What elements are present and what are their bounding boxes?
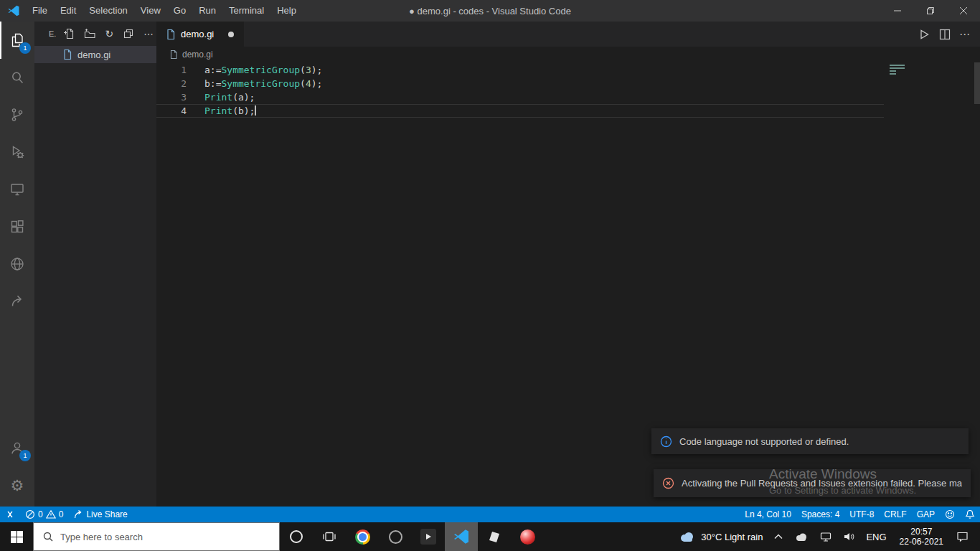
menu-selection[interactable]: Selection	[83, 0, 133, 22]
refresh-icon[interactable]: ↻	[105, 29, 113, 39]
notification-info[interactable]: Code language not supported or defined.	[651, 428, 969, 454]
file-icon	[169, 50, 179, 60]
more-actions-icon[interactable]: ⋯	[143, 29, 154, 39]
clock[interactable]: 20:57 22-06-2021	[892, 527, 951, 547]
more-actions-icon[interactable]: ⋯	[959, 29, 970, 39]
task-view-button[interactable]	[313, 522, 346, 551]
title-bar: File Edit Selection View Go Run Terminal…	[0, 0, 980, 22]
breadcrumb[interactable]: demo.gi	[156, 47, 980, 62]
code-line-1[interactable]: 1a:=SymmetricGroup(3);	[156, 63, 884, 77]
globe-icon	[9, 255, 26, 273]
code-line-4[interactable]: 4Print(b);	[156, 104, 884, 118]
cortana-button[interactable]	[280, 522, 313, 551]
onedrive-button[interactable]	[788, 522, 814, 551]
minimap-line	[890, 73, 896, 75]
activity-search[interactable]	[0, 59, 34, 96]
share-arrow-icon	[9, 293, 26, 310]
hidden-icons-button[interactable]	[768, 522, 788, 551]
problems-indicator[interactable]: 0 0	[20, 507, 68, 522]
activity-explorer[interactable]: 1	[0, 22, 34, 59]
extensions-icon	[9, 218, 26, 235]
notifications-bell-button[interactable]	[960, 507, 980, 522]
restore-button[interactable]	[914, 0, 947, 22]
action-center-button[interactable]	[951, 522, 974, 551]
vscode-taskbar-button[interactable]	[445, 522, 478, 551]
sphere-app-button[interactable]	[511, 522, 544, 551]
notification-message: Activating the Pull Requests and Issues …	[682, 478, 962, 489]
code-line-2[interactable]: 2b:=SymmetricGroup(4);	[156, 77, 884, 90]
line-number: 4	[156, 105, 187, 116]
eol-sequence[interactable]: CRLF	[879, 507, 911, 522]
run-file-icon[interactable]	[918, 28, 930, 41]
smiley-icon	[945, 509, 955, 519]
network-button[interactable]	[814, 522, 837, 551]
activity-live-share[interactable]	[0, 283, 34, 320]
live-share-button[interactable]: Live Share	[68, 507, 132, 522]
activity-extensions[interactable]	[0, 208, 34, 245]
accounts-button[interactable]: 1	[0, 429, 34, 466]
media-app-button[interactable]	[412, 522, 445, 551]
language-mode[interactable]: GAP	[912, 507, 940, 522]
split-editor-icon[interactable]	[939, 29, 951, 40]
network-icon	[820, 532, 831, 542]
weather-widget[interactable]: 30°C Light rain	[673, 522, 768, 551]
unsaved-dot-icon[interactable]	[228, 32, 234, 37]
code-lines: 1a:=SymmetricGroup(3);2b:=SymmetricGroup…	[156, 63, 884, 118]
collapse-all-icon[interactable]	[123, 28, 134, 39]
white-app-button[interactable]	[478, 522, 511, 551]
activity-remote-explorer[interactable]	[0, 171, 34, 208]
speaker-icon	[843, 532, 854, 542]
code-text: Print(b);	[187, 105, 256, 116]
menu-run[interactable]: Run	[192, 0, 222, 22]
obs-button[interactable]	[379, 522, 412, 551]
search-input[interactable]	[60, 532, 270, 542]
activity-source-control[interactable]	[0, 96, 34, 133]
menu-file[interactable]: File	[26, 0, 54, 22]
activity-bar: 1	[0, 22, 34, 507]
file-icon	[165, 29, 176, 40]
vscode-logo-icon	[0, 4, 26, 17]
cortana-icon	[290, 530, 303, 543]
close-button[interactable]	[947, 0, 980, 22]
volume-button[interactable]	[837, 522, 860, 551]
indentation[interactable]: Spaces: 4	[796, 507, 844, 522]
start-button[interactable]	[0, 522, 33, 551]
new-file-icon[interactable]	[63, 28, 75, 39]
minimap-line	[890, 70, 896, 72]
warnings-icon	[46, 509, 56, 519]
activity-run-debug[interactable]	[0, 133, 34, 171]
menu-go[interactable]: Go	[167, 0, 192, 22]
live-share-label: Live Share	[86, 509, 127, 519]
notification-error[interactable]: Activating the Pull Requests and Issues …	[654, 469, 971, 497]
chrome-button[interactable]	[346, 522, 379, 551]
settings-button[interactable]: ⚙	[0, 466, 34, 504]
menu-edit[interactable]: Edit	[54, 0, 83, 22]
feedback-button[interactable]	[940, 507, 960, 522]
encoding[interactable]: UTF-8	[844, 507, 879, 522]
minimize-button[interactable]	[881, 0, 914, 22]
info-icon	[660, 435, 672, 448]
menu-view[interactable]: View	[134, 0, 167, 22]
remote-indicator[interactable]	[0, 507, 20, 522]
action-center-icon	[956, 531, 969, 542]
gear-icon: ⚙	[11, 478, 24, 493]
chrome-icon	[355, 529, 370, 545]
sidebar-header: E. ↻ ⋯	[34, 22, 156, 46]
vscode-logo-icon	[453, 528, 470, 545]
taskbar-search[interactable]	[33, 522, 280, 551]
code-text: Print(a);	[187, 92, 255, 103]
run-debug-icon	[9, 143, 26, 161]
cursor-position[interactable]: Ln 4, Col 10	[740, 507, 796, 522]
weather-cloud-icon	[679, 531, 696, 542]
menu-terminal[interactable]: Terminal	[222, 0, 270, 22]
input-language-button[interactable]: ENG	[860, 522, 892, 551]
file-item-demo-gi[interactable]: demo.gi	[34, 46, 156, 63]
code-text: b:=SymmetricGroup(4);	[187, 78, 322, 89]
menu-help[interactable]: Help	[270, 0, 303, 22]
minimap-line	[890, 67, 905, 69]
editor-scrollbar[interactable]	[974, 62, 980, 104]
code-line-3[interactable]: 3Print(a);	[156, 90, 884, 104]
activity-github[interactable]	[0, 245, 34, 283]
tab-demo-gi[interactable]: demo.gi	[156, 22, 244, 47]
new-folder-icon[interactable]	[84, 28, 95, 39]
